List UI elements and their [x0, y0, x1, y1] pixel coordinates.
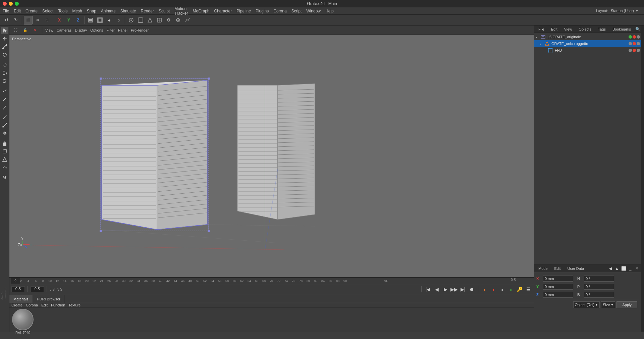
object-row-ffd[interactable]: FFD — [534, 47, 641, 54]
go-to-start-button[interactable]: |◀ — [424, 286, 432, 293]
start-frame-field[interactable]: 0 S — [11, 286, 25, 292]
menu-corona[interactable]: Corona — [273, 9, 286, 13]
rotate-tool-button[interactable] — [1, 51, 8, 58]
auto-key-button[interactable]: 🔑 — [516, 286, 523, 293]
panel-menu[interactable]: Panel — [117, 27, 129, 34]
bridge-tool-button[interactable] — [1, 122, 8, 129]
object-lock-dot[interactable] — [637, 35, 640, 39]
mode-tab[interactable]: Mode — [536, 265, 550, 272]
filter-menu[interactable]: Filter — [105, 27, 116, 34]
object-lock-dot-2[interactable] — [637, 42, 640, 45]
undo-button[interactable]: ↺ — [2, 16, 11, 25]
menu-script[interactable]: Script — [291, 9, 302, 13]
hdri-browser-tab[interactable]: HDRI Browser — [33, 295, 65, 303]
timeline-settings-button[interactable]: ☰ — [525, 286, 532, 293]
current-frame-field[interactable]: 0 S — [31, 286, 44, 292]
material-swatch-ral7040[interactable] — [12, 309, 34, 330]
benchmark-button[interactable] — [183, 16, 192, 25]
live-selection-button[interactable] — [1, 61, 8, 68]
prorender-menu[interactable]: ProRender — [129, 27, 150, 34]
display-mode-button[interactable] — [136, 16, 145, 25]
select-tool-button[interactable] — [1, 27, 8, 34]
object-row-grate-unico[interactable]: ▸ GRATE_unico oggetto — [534, 40, 641, 47]
props-close[interactable]: ✕ — [634, 265, 640, 272]
y-axis-button[interactable]: Y — [64, 16, 73, 25]
poly-pen-button[interactable] — [1, 156, 8, 163]
menu-tools[interactable]: Tools — [58, 9, 67, 13]
props-arrow-left[interactable]: ◀ — [607, 265, 613, 272]
object-row-layer[interactable]: ▸ L5 GRATE_originale — [534, 34, 641, 40]
keyframe-gray-button[interactable]: ⬥ — [498, 286, 506, 293]
rect-selection-button[interactable] — [1, 69, 8, 77]
viewport-lock-button[interactable]: 🔒 — [21, 26, 30, 35]
menu-select[interactable]: Select — [42, 9, 53, 13]
3d-viewport[interactable]: Perspective — [9, 35, 534, 277]
right-search-icon[interactable]: 🔍 — [635, 26, 641, 32]
knife-tool-button[interactable] — [1, 113, 8, 121]
object-lock-dot-3[interactable] — [637, 49, 640, 52]
smooth-button[interactable] — [1, 164, 8, 171]
materials-edit-menu[interactable]: Edit — [41, 303, 48, 307]
menu-plugins[interactable]: Plugins — [256, 9, 269, 13]
keyframe-red-button[interactable]: ⬥ — [490, 286, 497, 293]
object-render-dot-2[interactable] — [633, 42, 636, 45]
menu-animate[interactable]: Animate — [101, 9, 116, 13]
spline-tool-button[interactable] — [1, 87, 8, 95]
viewport-settings-button[interactable]: ⚙ — [164, 16, 173, 25]
object-vis-dot-3[interactable] — [629, 49, 632, 52]
coord-system-dropdown[interactable]: Object (Rel) ▼ — [573, 301, 600, 308]
menu-sculpt[interactable]: Sculpt — [159, 9, 170, 13]
menu-snap[interactable]: Snap — [87, 9, 96, 13]
props-expand[interactable]: ⬜ — [621, 265, 627, 272]
props-minimize[interactable]: _ — [627, 265, 633, 272]
viewport-close-button[interactable]: ✕ — [30, 26, 39, 35]
scene-settings-button[interactable] — [174, 16, 182, 25]
extrude-tool-button[interactable] — [1, 140, 8, 147]
render-region-button[interactable]: ○ — [114, 16, 123, 25]
right-view-tab[interactable]: View — [561, 26, 575, 33]
play-button[interactable]: ▶ — [442, 286, 449, 293]
right-bookmarks-tab[interactable]: Bookmarks — [610, 26, 634, 33]
user-data-tab[interactable]: User Data — [565, 265, 587, 272]
x-position-field[interactable]: 0 mm — [543, 276, 573, 282]
right-edit-tab[interactable]: Edit — [548, 26, 560, 33]
cameras-menu[interactable]: Cameras — [55, 27, 73, 34]
menu-help[interactable]: Help — [325, 9, 334, 13]
apply-button[interactable]: Apply — [616, 301, 637, 308]
menu-window[interactable]: Window — [306, 9, 321, 13]
keyframe-green-button[interactable]: ⬥ — [507, 286, 515, 293]
menu-pipeline[interactable]: Pipeline — [236, 9, 251, 13]
scale-tool-button[interactable] — [1, 43, 8, 50]
layout-dropdown-icon[interactable]: ▼ — [635, 9, 639, 13]
size-dropdown[interactable]: Size ▼ — [601, 301, 615, 308]
menu-edit[interactable]: Edit — [14, 9, 21, 13]
materials-tab[interactable]: Materials — [9, 295, 33, 303]
display-menu[interactable]: Display — [73, 27, 88, 34]
wire-button[interactable] — [146, 16, 154, 25]
poly-mode-button[interactable]: ⬡ — [43, 16, 51, 25]
object-render-dot[interactable] — [633, 35, 636, 39]
materials-texture-menu[interactable]: Texture — [68, 303, 80, 307]
object-vis-dot[interactable] — [629, 35, 632, 39]
material-item-ral7040[interactable]: RAL 7040 — [12, 309, 34, 335]
b-rotation-field[interactable]: 0 ° — [584, 292, 614, 298]
measure-tool-button[interactable] — [1, 103, 8, 111]
viewport-fullscreen-button[interactable]: ⛶ — [11, 26, 20, 35]
right-tags-tab[interactable]: Tags — [595, 26, 608, 33]
paint-tool-button[interactable] — [1, 95, 8, 103]
menu-file[interactable]: File — [3, 9, 9, 13]
props-triangle-up[interactable]: ▲ — [614, 265, 620, 272]
y-position-field[interactable]: 0 mm — [543, 284, 573, 290]
render-settings-button[interactable]: ● — [105, 16, 114, 25]
view-menu[interactable]: View — [44, 27, 55, 34]
menu-mesh[interactable]: Mesh — [72, 9, 82, 13]
go-to-end-button[interactable]: ▶| — [459, 286, 467, 293]
edit-tab[interactable]: Edit — [552, 265, 564, 272]
object-vis-dot-2[interactable] — [629, 42, 632, 45]
right-file-tab[interactable]: File — [536, 26, 547, 33]
texture-button[interactable] — [155, 16, 164, 25]
menu-simulate[interactable]: Simulate — [120, 9, 136, 13]
x-axis-button[interactable]: X — [55, 16, 64, 25]
render-object-button[interactable] — [86, 16, 95, 25]
grate-right-object[interactable] — [237, 84, 315, 250]
